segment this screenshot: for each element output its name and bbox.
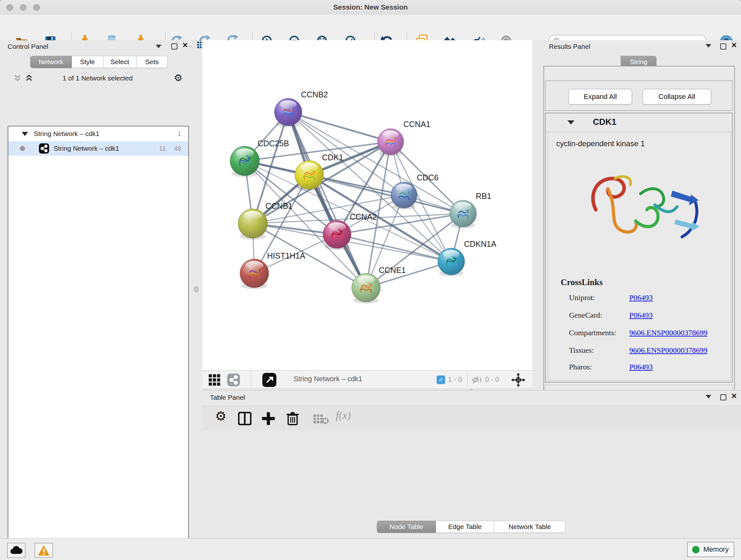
warnings-button[interactable] [35, 543, 53, 558]
results-panel-undock-button[interactable] [720, 44, 726, 50]
protein-structure-image [577, 154, 711, 278]
control-panel-undock-button[interactable] [172, 43, 178, 50]
window-square-icon [720, 44, 726, 50]
chevron-down-icon [705, 44, 711, 48]
svg-text:RB1: RB1 [476, 192, 491, 200]
netbar-separator [251, 373, 251, 387]
selected-count: 1 - 0 [448, 375, 462, 384]
crosslink-label: Pharos: [569, 363, 592, 371]
control-panel-float-button[interactable] [156, 43, 161, 50]
cloud-icon [10, 546, 23, 555]
svg-text:CCNB2: CCNB2 [301, 90, 328, 99]
tab-sets[interactable]: Sets [137, 56, 167, 68]
network-selection-status: 1 of 1 Network selected [10, 74, 186, 82]
network-row[interactable]: String Network – cdk1 11 48 [8, 141, 188, 156]
network-node-count: 11 [159, 145, 166, 152]
netbar-separator [467, 373, 468, 387]
control-panel-close-button[interactable]: ✕ [182, 42, 188, 49]
crosslink-uniprot[interactable]: P06493 [629, 294, 653, 302]
tab-network[interactable]: Network [30, 56, 72, 68]
hidden-count: 0 - 0 [485, 375, 499, 384]
grid-view-icon[interactable] [208, 374, 221, 386]
table-panel-close-button[interactable]: ✕ [731, 393, 737, 400]
svg-text:CDC6: CDC6 [417, 173, 439, 182]
window-title: Session: New Session [0, 0, 741, 15]
close-icon: ✕ [731, 392, 737, 400]
results-panel-close-button[interactable]: ✕ [731, 42, 737, 49]
tab-node-table[interactable]: Node Table [377, 521, 436, 533]
tab-style[interactable]: Style [72, 56, 104, 68]
trash-icon[interactable] [286, 411, 299, 425]
svg-text:CCNA2: CCNA2 [350, 212, 377, 221]
close-icon: ✕ [731, 41, 737, 49]
gene-symbol: CDK1 [593, 117, 616, 127]
function-builder-icon: f(x) [336, 409, 351, 422]
chevron-down-icon [705, 395, 711, 398]
window-square-icon [720, 394, 726, 400]
crosslinks-title: CrossLinks [561, 277, 603, 287]
expand-all-button[interactable]: Expand All [568, 89, 632, 105]
crosslink-compartments[interactable]: 9606.ENSP00000378699 [629, 328, 708, 337]
gene-section: CDK1 cyclin-dependent kinase 1 [545, 113, 733, 382]
crosslink-label: Compartments: [569, 328, 616, 337]
crosslink-tissues[interactable]: 9606.ENSP00000378699 [629, 346, 708, 355]
table-panel-title: Table Panel [210, 394, 245, 401]
gene-details: cyclin-dependent kinase 1 [548, 132, 731, 381]
crosslink-label: Tissues: [569, 346, 594, 355]
network-selection-bar: 1 of 1 Network selected ⚙ [10, 72, 186, 85]
automation-cloud-button[interactable] [7, 543, 25, 558]
crosslink-label: Uniprot: [569, 294, 595, 302]
gene-description: cyclin-dependent kinase 1 [556, 139, 645, 148]
network-tree: String Network – cdk1 1 String Network –… [8, 126, 189, 560]
table-panel: Table Panel ✕ ⚙ [202, 390, 741, 539]
tab-select[interactable]: Select [104, 56, 137, 68]
collapse-all-button[interactable]: Collapse All [643, 89, 711, 105]
table-panel-float-button[interactable] [705, 395, 711, 398]
delete-table-icon [313, 414, 329, 424]
gear-icon[interactable]: ⚙ [174, 72, 183, 83]
crosslink-label: GeneCard: [569, 311, 602, 320]
selected-checkbox-icon[interactable]: ✓ [436, 375, 445, 384]
crosslink-genecard[interactable]: P06493 [629, 311, 653, 320]
hidden-eye-icon [471, 375, 483, 384]
svg-text:HIST1H1A: HIST1H1A [267, 251, 306, 260]
network-collection-row[interactable]: String Network – cdk1 1 [8, 126, 188, 141]
table-gear-icon[interactable]: ⚙ [215, 409, 226, 423]
string-network-icon [39, 143, 49, 153]
svg-text:CCNB1: CCNB1 [266, 201, 293, 210]
table-panel-undock-button[interactable] [720, 394, 726, 400]
network-label: String Network – cdk1 [54, 145, 119, 152]
memory-status-icon [692, 546, 699, 553]
birds-eye-toggle-icon[interactable] [511, 373, 525, 387]
memory-button[interactable]: Memory [687, 542, 734, 557]
results-panel-float-button[interactable] [705, 44, 711, 48]
tree-expander-icon[interactable] [22, 132, 28, 136]
open-in-new-window-icon[interactable] [262, 373, 276, 387]
network-view-title: String Network – cdk1 [293, 375, 362, 383]
network-canvas[interactable]: CCNB2CCNA1CDC25BCDK1CDC6RB1CCNB1CCNA2CDK… [202, 40, 532, 370]
warning-icon [37, 545, 50, 556]
network-status-dot [20, 146, 25, 151]
control-panel: Control Panel ✕ Network Style Select Set… [0, 40, 192, 538]
svg-text:CDC25B: CDC25B [258, 139, 289, 148]
string-network-graph[interactable]: CCNB2CCNA1CDC25BCDK1CDC6RB1CCNB1CCNA2CDK… [202, 40, 532, 370]
control-panel-tabs: Network Style Select Sets [30, 56, 167, 67]
chevron-down-icon [156, 45, 161, 48]
collapse-entry-icon[interactable] [567, 120, 575, 125]
gene-section-header[interactable]: CDK1 [546, 113, 732, 132]
results-outer-box: Expand All Collapse All CDK1 cyclin-depe… [543, 66, 735, 397]
tab-edge-table[interactable]: Edge Table [436, 521, 494, 533]
add-column-icon[interactable] [261, 412, 275, 426]
status-bar: Memory [0, 538, 741, 560]
app-window: Session: New Session [0, 0, 741, 560]
svg-text:CDKN1A: CDKN1A [464, 240, 496, 248]
left-splitter-handle[interactable] [194, 286, 199, 293]
share-view-icon[interactable] [227, 374, 240, 386]
expand-collapse-box: Expand All Collapse All [545, 80, 733, 111]
window-square-icon [172, 44, 178, 50]
crosslink-pharos[interactable]: P06493 [629, 363, 653, 371]
table-tabs: Node Table Edge Table Network Table [377, 521, 565, 532]
tab-network-table[interactable]: Network Table [494, 521, 565, 533]
close-icon: ✕ [182, 42, 188, 49]
columns-icon[interactable] [238, 412, 252, 425]
